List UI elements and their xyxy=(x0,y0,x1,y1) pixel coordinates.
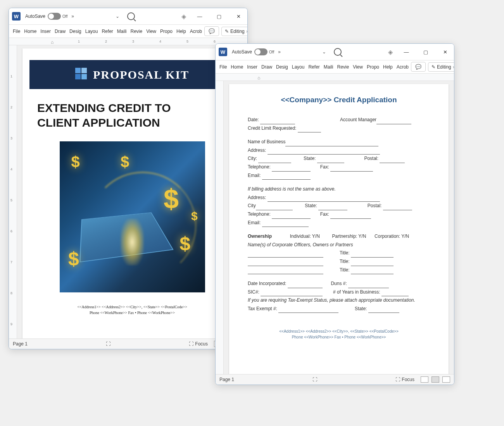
officer-name-2[interactable] xyxy=(248,261,323,266)
maximize-button[interactable]: ▢ xyxy=(213,10,225,22)
tab-layout[interactable]: Layou xyxy=(84,27,100,36)
tab-mailings[interactable]: Maili xyxy=(322,63,335,71)
billing-email-field[interactable] xyxy=(262,222,309,227)
search-icon[interactable] xyxy=(334,48,342,56)
corporation-option: Corporation: Y/N xyxy=(375,234,409,239)
billing-city-field[interactable] xyxy=(256,205,293,210)
sic-field[interactable] xyxy=(261,291,323,296)
billing-telephone-field[interactable] xyxy=(272,214,311,219)
vertical-ruler[interactable] xyxy=(216,81,224,374)
tab-references[interactable]: Refer xyxy=(100,27,114,36)
tab-file[interactable]: File xyxy=(11,27,22,36)
focus-mode-button[interactable]: ⛶ Focus xyxy=(395,377,414,382)
billing-address-label: Address: xyxy=(248,195,266,200)
officer-name-1[interactable] xyxy=(248,253,323,258)
tab-insert[interactable]: Inser xyxy=(39,27,52,36)
account-manager-field[interactable] xyxy=(376,119,411,124)
address-label: Address: xyxy=(248,148,266,153)
tab-design[interactable]: Desig xyxy=(68,27,83,36)
chevron-down-icon[interactable]: ⌄ xyxy=(116,14,119,19)
telephone-field[interactable] xyxy=(272,167,311,172)
billing-address-field[interactable] xyxy=(268,197,380,202)
tab-view[interactable]: View xyxy=(145,27,158,36)
tab-design[interactable]: Desig xyxy=(274,63,290,71)
years-biz-label: # of Years in Business: xyxy=(333,289,380,295)
business-name-label: Name of Business xyxy=(248,139,285,144)
tab-layout[interactable]: Layou xyxy=(290,63,306,71)
vertical-ruler[interactable]: 1 2 3 4 5 6 7 8 9 xyxy=(9,45,17,338)
editing-mode-button[interactable]: ✎ Editing › xyxy=(221,27,248,36)
autosave-toggle[interactable] xyxy=(254,48,268,55)
tab-home[interactable]: Home xyxy=(22,27,38,36)
accessibility-icon[interactable]: ⛶ xyxy=(106,341,110,347)
comments-button[interactable]: 💬 xyxy=(204,26,219,36)
maximize-button[interactable]: ▢ xyxy=(420,46,432,58)
tab-review[interactable]: Revie xyxy=(335,63,350,71)
tab-help[interactable]: Help xyxy=(175,27,188,36)
web-layout-icon[interactable] xyxy=(442,376,450,383)
fax-field[interactable] xyxy=(330,167,373,172)
diamond-icon[interactable]: ◈ xyxy=(388,48,393,56)
accessibility-icon[interactable]: ⛶ xyxy=(312,377,317,382)
print-layout-icon[interactable] xyxy=(432,376,439,383)
officer-title-2[interactable] xyxy=(351,261,394,266)
officer-name-3[interactable] xyxy=(248,269,323,274)
billing-postal-field[interactable] xyxy=(383,205,412,210)
tab-references[interactable]: Refer xyxy=(307,63,321,71)
state-field[interactable] xyxy=(317,158,344,163)
officer-title-1[interactable] xyxy=(351,253,394,258)
city-field[interactable] xyxy=(258,158,291,163)
date-inc-field[interactable] xyxy=(288,283,323,288)
email-field[interactable] xyxy=(262,175,311,180)
close-button[interactable]: ✕ xyxy=(233,10,244,22)
billing-fax-field[interactable] xyxy=(330,214,371,219)
close-button[interactable]: ✕ xyxy=(439,46,451,58)
billing-state-field[interactable] xyxy=(318,205,347,210)
autosave-toggle[interactable] xyxy=(48,13,61,20)
tab-home[interactable]: Home xyxy=(229,63,245,71)
tab-acrobat[interactable]: Acrob xyxy=(188,27,204,36)
tab-draw[interactable]: Draw xyxy=(260,63,274,71)
minimize-button[interactable]: — xyxy=(400,46,412,58)
editing-mode-button[interactable]: ✎ Editing › xyxy=(428,62,454,72)
focus-mode-button[interactable]: ⛶ Focus xyxy=(189,341,208,347)
chevron-down-icon[interactable]: ⌄ xyxy=(322,49,326,55)
date-label: Date: xyxy=(248,117,259,122)
tab-view[interactable]: View xyxy=(351,63,364,71)
qat-overflow-icon[interactable]: » xyxy=(278,49,281,55)
tax-state-field[interactable] xyxy=(368,308,399,313)
horizontal-ruler[interactable]: ⌂ xyxy=(216,74,454,81)
document-page[interactable]: PROPOSAL KIT EXTENDING CREDIT TO CLIENT … xyxy=(22,48,242,338)
read-mode-icon[interactable] xyxy=(421,376,428,383)
billing-fax-label: Fax: xyxy=(320,211,329,217)
minimize-button[interactable]: — xyxy=(194,10,205,22)
diamond-icon[interactable]: ◈ xyxy=(181,13,186,20)
postal-field[interactable] xyxy=(380,158,405,163)
horizontal-ruler[interactable]: ⌂ 1 2 3 4 5 6 xyxy=(9,38,247,45)
tab-proposal[interactable]: Propo xyxy=(365,63,381,71)
date-field[interactable] xyxy=(260,119,295,124)
duns-field[interactable] xyxy=(348,283,389,288)
email-label: Email: xyxy=(248,173,261,178)
qat-overflow-icon[interactable]: » xyxy=(71,14,74,19)
years-biz-field[interactable] xyxy=(381,291,409,296)
tab-mailings[interactable]: Maili xyxy=(116,27,128,36)
business-name-field[interactable] xyxy=(285,141,378,146)
officer-title-3[interactable] xyxy=(351,269,394,274)
tab-help[interactable]: Help xyxy=(381,63,394,71)
tab-insert[interactable]: Inser xyxy=(245,63,259,71)
tab-draw[interactable]: Draw xyxy=(53,27,67,36)
tab-acrobat[interactable]: Acrob xyxy=(395,63,410,71)
page-indicator[interactable]: Page 1 xyxy=(219,377,234,382)
comments-button[interactable]: 💬 xyxy=(411,62,426,72)
credit-limit-field[interactable] xyxy=(298,127,321,132)
tab-review[interactable]: Revie xyxy=(129,27,144,36)
telephone-label: Telephone: xyxy=(248,164,271,170)
tab-proposal[interactable]: Propo xyxy=(159,27,174,36)
tax-exempt-field[interactable] xyxy=(278,308,338,313)
search-icon[interactable] xyxy=(127,12,135,20)
tab-file[interactable]: File xyxy=(218,63,228,71)
address-field[interactable] xyxy=(268,149,380,155)
document-page[interactable]: <<Company>> Credit Application Date: Acc… xyxy=(229,84,449,374)
page-indicator[interactable]: Page 1 xyxy=(13,341,28,347)
